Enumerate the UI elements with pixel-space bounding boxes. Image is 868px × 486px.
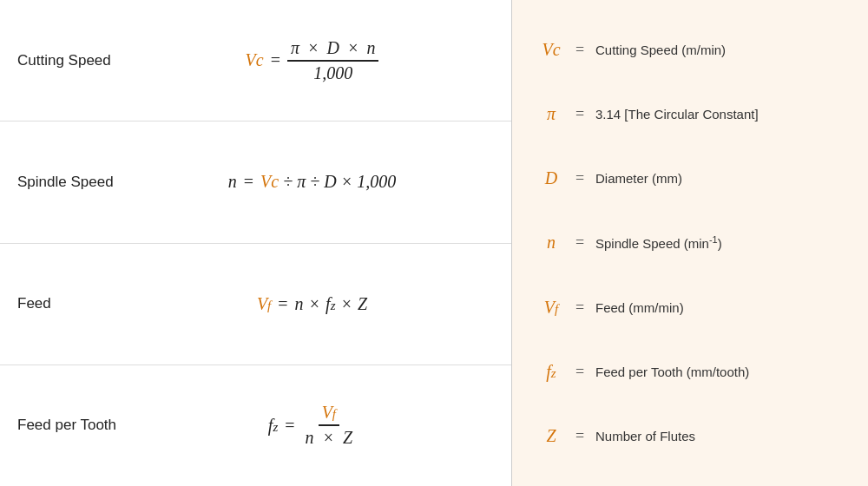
legend-vf-desc: Feed (mm/min) <box>595 300 684 315</box>
times-2: × <box>347 38 359 57</box>
fpt-denominator: n × Z <box>302 426 357 448</box>
n-symbol: n <box>228 172 237 192</box>
spindle-speed-math: n = Vc ÷ π ÷ D × 1,000 <box>228 172 396 192</box>
vf-fpt: Vf <box>322 403 336 422</box>
legend-vf-symbol: Vf <box>538 298 564 318</box>
legend-n-symbol: n <box>538 233 564 253</box>
legend-n-desc: Spindle Speed (min-1) <box>595 234 722 251</box>
legend-fz: fz = Feed per Tooth (mm/tooth) <box>538 362 842 382</box>
vc-symbol: Vc <box>246 50 264 70</box>
vf-feed: Vf <box>257 294 271 314</box>
vc-spindle: Vc <box>260 172 279 192</box>
cutting-speed-expr: Vc = π × D × n 1,000 <box>130 38 494 83</box>
legend-z-desc: Number of Flutes <box>595 429 695 443</box>
times-fpt: × <box>323 428 335 447</box>
legend-d-symbol: D <box>538 168 564 188</box>
cutting-speed-label: Cutting Speed <box>17 52 130 69</box>
legend-z-symbol: Z <box>538 426 564 446</box>
legend-pi: π = 3.14 [The Circular Constant] <box>538 104 842 124</box>
fpt-fraction: Vf n × Z <box>302 403 357 448</box>
feed-expr: Vf = n × fz × Z <box>130 294 494 314</box>
legend-fz-symbol: fz <box>538 362 564 382</box>
n-feed: n <box>295 294 304 314</box>
legend-pi-desc: 3.14 [The Circular Constant] <box>595 107 759 122</box>
times-1: × <box>307 38 319 57</box>
feed-math: Vf = n × fz × Z <box>257 294 367 314</box>
legend-d-desc: Diameter (mm) <box>595 171 682 186</box>
cutting-speed-fraction: π × D × n 1,000 <box>287 38 378 83</box>
legend-pi-symbol: π <box>538 104 564 124</box>
equals-4: = <box>285 416 294 436</box>
d-num: D <box>326 38 339 57</box>
times-3: × <box>309 294 321 314</box>
d-spindle: D <box>324 172 336 192</box>
legend-z: Z = Number of Flutes <box>538 426 842 446</box>
legend-z-eq: = <box>571 427 589 445</box>
thousand-spindle: 1,000 <box>357 172 396 192</box>
right-panel: Vc = Cutting Speed (m/min) π = 3.14 [The… <box>512 0 868 486</box>
equals-3: = <box>278 294 287 314</box>
legend-vc-desc: Cutting Speed (m/min) <box>595 43 726 57</box>
fz-fpt: fz <box>268 416 278 436</box>
feed-per-tooth-expr: fz = Vf n × Z <box>130 403 494 448</box>
legend-vf: Vf = Feed (mm/min) <box>538 298 842 318</box>
spindle-speed-label: Spindle Speed <box>17 174 130 191</box>
legend-fz-eq: = <box>571 363 589 381</box>
thousand-denom: 1,000 <box>313 63 352 82</box>
fpt-numerator: Vf <box>319 403 339 426</box>
n-num: n <box>366 38 375 57</box>
div-1: ÷ <box>283 172 293 192</box>
feed-per-tooth-math: fz = Vf n × Z <box>268 403 356 448</box>
feed-label: Feed <box>17 295 130 312</box>
z-fpt: Z <box>343 428 352 447</box>
fz-feed: fz <box>326 294 335 314</box>
pi-num: π <box>291 38 299 57</box>
legend-fz-desc: Feed per Tooth (mm/tooth) <box>595 364 749 379</box>
feed-per-tooth-row: Feed per Tooth fz = Vf n × Z <box>0 365 511 486</box>
div-2: ÷ <box>310 172 319 192</box>
times-spindle: × <box>341 172 353 192</box>
legend-n-eq: = <box>571 233 589 252</box>
cutting-speed-numerator: π × D × n <box>287 38 378 62</box>
z-feed: Z <box>358 294 367 314</box>
feed-row: Feed Vf = n × fz × Z <box>0 244 511 365</box>
spindle-speed-expr: n = Vc ÷ π ÷ D × 1,000 <box>130 172 494 192</box>
legend-vc-symbol: Vc <box>538 40 564 60</box>
legend-d: D = Diameter (mm) <box>538 168 842 188</box>
spindle-speed-row: Spindle Speed n = Vc ÷ π ÷ D × 1,000 <box>0 122 511 243</box>
legend-vf-eq: = <box>571 299 589 317</box>
legend-vc-eq: = <box>571 41 589 59</box>
pi-spindle: π <box>297 172 306 192</box>
legend-n: n = Spindle Speed (min-1) <box>538 233 842 253</box>
equals-1: = <box>271 50 280 70</box>
feed-per-tooth-label: Feed per Tooth <box>17 417 130 434</box>
times-4: × <box>340 294 352 314</box>
legend-d-eq: = <box>571 169 589 187</box>
left-panel: Cutting Speed Vc = π × D × n 1,000 <box>0 0 512 486</box>
n-fpt: n <box>306 428 314 447</box>
cutting-speed-denominator: 1,000 <box>310 62 356 83</box>
legend-vc: Vc = Cutting Speed (m/min) <box>538 40 842 60</box>
legend-pi-eq: = <box>571 105 589 123</box>
equals-2: = <box>244 172 253 192</box>
cutting-speed-math: Vc = π × D × n 1,000 <box>246 38 379 83</box>
cutting-speed-row: Cutting Speed Vc = π × D × n 1,000 <box>0 0 511 122</box>
